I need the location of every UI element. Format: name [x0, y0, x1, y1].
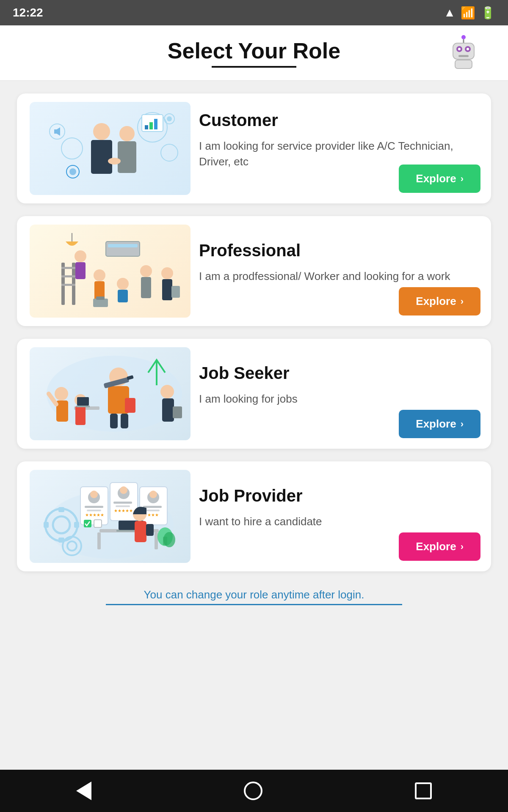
- svg-rect-43: [118, 290, 128, 302]
- svg-rect-87: [113, 502, 132, 504]
- svg-rect-66: [162, 398, 174, 422]
- svg-point-36: [75, 250, 86, 262]
- svg-rect-93: [143, 506, 162, 508]
- svg-point-21: [119, 126, 135, 141]
- svg-rect-45: [141, 277, 151, 298]
- professional-explore-button[interactable]: Explore ›: [399, 287, 480, 315]
- wifi-icon: ▲: [444, 6, 456, 19]
- svg-rect-97: [94, 520, 102, 527]
- svg-rect-75: [74, 522, 79, 528]
- status-bar: 12:22 ▲ 📶 🔋: [0, 0, 508, 25]
- svg-point-18: [93, 123, 110, 140]
- job-seeker-card: Job Seeker I am looking for jobs Explore…: [17, 339, 491, 449]
- nav-recent-button[interactable]: [415, 782, 432, 799]
- job-provider-card: ★★★★★ ★★★★★ ★★★★: [17, 461, 491, 571]
- chevron-right-icon: ›: [461, 419, 464, 430]
- svg-point-86: [120, 486, 127, 494]
- svg-rect-94: [145, 510, 160, 511]
- svg-rect-104: [135, 521, 146, 542]
- footer-note: You can change your role anytime after l…: [17, 584, 491, 618]
- svg-rect-67: [173, 406, 182, 418]
- job-provider-explore-button[interactable]: Explore ›: [399, 532, 480, 561]
- job-seeker-explore-button[interactable]: Explore ›: [399, 410, 480, 438]
- back-icon: [76, 782, 91, 800]
- customer-card: Customer I am looking for service provid…: [17, 93, 491, 203]
- svg-rect-63: [77, 397, 89, 406]
- svg-point-42: [117, 278, 129, 290]
- header-title-wrap: Select Your Role: [168, 38, 340, 68]
- main-content: Customer I am looking for service provid…: [0, 81, 508, 631]
- svg-point-65: [160, 385, 174, 398]
- professional-title: Professional: [199, 241, 478, 260]
- nav-back-button[interactable]: [76, 782, 91, 800]
- svg-point-38: [94, 269, 105, 281]
- svg-rect-88: [116, 505, 130, 507]
- svg-rect-29: [108, 244, 138, 247]
- footer-note-text: You can change your role anytime after l…: [17, 588, 491, 601]
- svg-rect-37: [75, 262, 86, 279]
- svg-rect-56: [121, 414, 128, 428]
- job-seeker-illustration: [30, 347, 190, 440]
- page-title: Select Your Role: [168, 38, 340, 63]
- svg-marker-27: [54, 127, 60, 136]
- svg-rect-7: [458, 55, 469, 57]
- chevron-right-icon: ›: [461, 541, 464, 552]
- nav-home-button[interactable]: [244, 782, 262, 800]
- svg-rect-100: [155, 532, 158, 549]
- svg-point-5: [458, 48, 461, 50]
- job-provider-title: Job Provider: [199, 486, 478, 505]
- professional-illustration: [30, 225, 190, 318]
- svg-rect-41: [96, 296, 105, 300]
- svg-rect-48: [171, 286, 180, 298]
- svg-point-11: [161, 144, 178, 161]
- signal-icon: 📶: [461, 6, 475, 20]
- svg-rect-64: [76, 406, 90, 407]
- title-underline: [212, 66, 296, 68]
- svg-rect-34: [61, 275, 75, 277]
- svg-point-92: [149, 491, 157, 498]
- svg-rect-15: [154, 119, 157, 129]
- customer-title: Customer: [199, 111, 478, 130]
- svg-rect-35: [61, 284, 75, 286]
- svg-rect-82: [87, 510, 101, 511]
- svg-rect-54: [125, 398, 135, 413]
- header: Select Your Role: [0, 25, 508, 81]
- svg-rect-55: [110, 414, 118, 428]
- svg-rect-14: [149, 122, 153, 129]
- chevron-right-icon: ›: [461, 296, 464, 307]
- svg-point-57: [55, 387, 68, 401]
- svg-point-6: [467, 48, 469, 50]
- svg-rect-74: [44, 522, 49, 528]
- svg-point-80: [90, 491, 98, 498]
- footer-note-underline: [106, 604, 402, 605]
- svg-point-0: [461, 35, 466, 39]
- home-icon: [244, 782, 262, 800]
- svg-point-25: [69, 168, 76, 175]
- job-seeker-desc: I am looking for jobs: [199, 391, 478, 406]
- svg-point-108: [163, 532, 175, 547]
- status-icons: ▲ 📶 🔋: [444, 6, 495, 20]
- svg-rect-13: [145, 125, 148, 129]
- svg-rect-22: [118, 141, 136, 173]
- svg-rect-105: [146, 524, 154, 536]
- svg-point-17: [167, 116, 172, 121]
- svg-rect-28: [106, 241, 140, 256]
- svg-rect-72: [58, 507, 64, 512]
- svg-rect-20: [95, 140, 108, 161]
- svg-rect-8: [455, 60, 472, 69]
- svg-rect-33: [61, 267, 75, 269]
- status-time: 12:22: [13, 6, 43, 19]
- svg-point-23: [108, 158, 121, 165]
- customer-illustration: [30, 102, 190, 195]
- professional-card: Professional I am a prodfessional/ Worke…: [17, 216, 491, 326]
- svg-rect-99: [97, 532, 101, 549]
- svg-text:★★★★★: ★★★★★: [85, 513, 104, 517]
- robot-icon: [444, 34, 483, 72]
- customer-explore-button[interactable]: Explore ›: [399, 165, 480, 193]
- job-provider-desc: I want to hire a candidate: [199, 514, 478, 529]
- svg-text:★★★★★: ★★★★★: [114, 508, 133, 513]
- svg-point-44: [140, 265, 152, 277]
- job-provider-illustration: ★★★★★ ★★★★★ ★★★★: [30, 470, 190, 563]
- battery-icon: 🔋: [480, 6, 495, 20]
- recent-icon: [415, 782, 432, 799]
